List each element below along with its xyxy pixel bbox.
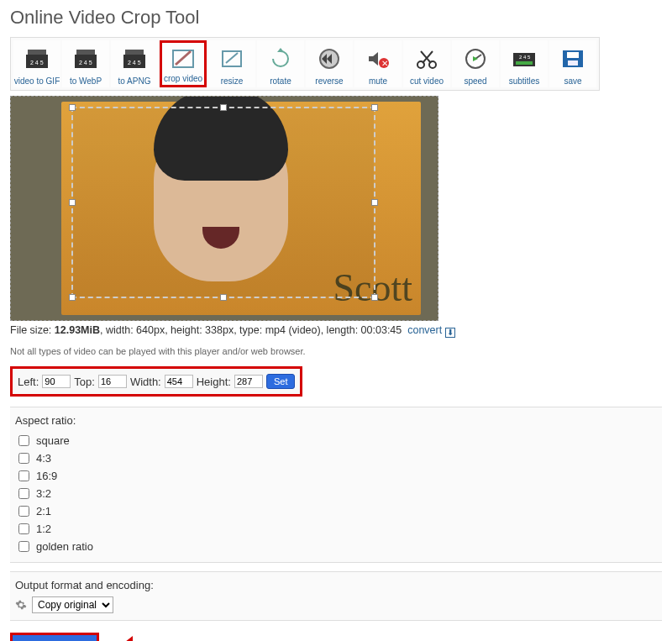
aspect-checkbox[interactable] <box>18 470 29 481</box>
video-to-gif-icon: 2 4 5 <box>13 42 60 75</box>
download-icon[interactable]: ⬇ <box>445 328 455 338</box>
top-input[interactable] <box>98 375 127 388</box>
output-format-select[interactable]: Copy original <box>32 596 113 613</box>
left-input[interactable] <box>42 375 71 388</box>
subtitles-icon: 2 4 5 <box>501 42 548 75</box>
width-label: Width: <box>130 376 161 388</box>
aspect-option-golden-ratio[interactable]: golden ratio <box>15 538 657 555</box>
output-title: Output format and encoding: <box>15 579 657 591</box>
compat-note: Not all types of video can be played wit… <box>10 346 662 356</box>
aspect-option-3-2[interactable]: 3:2 <box>15 485 657 502</box>
svg-text:2 4 5: 2 4 5 <box>519 55 531 60</box>
video-preview[interactable]: Scott <box>10 96 438 321</box>
crop-video-button[interactable]: Crop video! <box>10 633 99 641</box>
top-label: Top: <box>74 376 95 388</box>
tool-reverse[interactable]: reverse <box>306 40 353 87</box>
tool-label: video to GIF <box>14 76 60 86</box>
aspect-checkbox[interactable] <box>18 541 29 552</box>
crop-handle-top[interactable] <box>220 104 227 111</box>
tool-to-webp[interactable]: 2 4 5to WebP <box>62 40 109 87</box>
tool-label: rotate <box>270 76 291 86</box>
output-panel: Output format and encoding: Copy origina… <box>10 571 662 621</box>
tool-label: save <box>564 76 581 86</box>
aspect-label: square <box>36 434 70 447</box>
aspect-label: 1:2 <box>36 523 51 535</box>
tool-resize[interactable]: resize <box>208 40 255 87</box>
tool-label: crop video <box>164 74 202 83</box>
tool-label: reverse <box>315 76 343 86</box>
tool-to-apng[interactable]: 2 4 5to APNG <box>111 40 158 87</box>
crop-selection[interactable] <box>71 107 375 298</box>
aspect-option-1-2[interactable]: 1:2 <box>15 520 657 538</box>
set-button[interactable]: Set <box>266 374 296 389</box>
aspect-panel: Aspect ratio: square4:316:93:22:11:2gold… <box>10 407 662 563</box>
tool-speed[interactable]: speed <box>452 40 499 87</box>
aspect-option-square[interactable]: square <box>15 432 657 449</box>
svg-rect-1 <box>28 50 46 55</box>
svg-rect-4 <box>76 50 95 55</box>
crop-handle-top-right[interactable] <box>371 104 378 111</box>
arrow-pointer-icon <box>118 636 155 642</box>
save-icon <box>549 42 596 75</box>
speed-icon <box>452 42 499 75</box>
svg-text:2 4 5: 2 4 5 <box>79 60 92 66</box>
svg-rect-18 <box>516 61 533 65</box>
tool-mute[interactable]: ✕mute <box>354 40 402 87</box>
reverse-icon <box>306 42 353 75</box>
tool-save[interactable]: save <box>549 40 596 87</box>
crop-handle-bottom-right[interactable] <box>371 294 378 301</box>
tool-label: to APNG <box>118 76 151 86</box>
aspect-label: golden ratio <box>36 540 93 553</box>
svg-text:✕: ✕ <box>381 59 388 68</box>
tool-crop-video[interactable]: crop video <box>160 40 207 87</box>
tool-label: mute <box>369 76 387 86</box>
svg-rect-7 <box>125 50 144 55</box>
crop-handle-bottom-left[interactable] <box>69 294 76 301</box>
aspect-label: 4:3 <box>36 452 51 465</box>
tool-subtitles[interactable]: 2 4 5subtitles <box>501 40 548 87</box>
svg-text:2 4 5: 2 4 5 <box>128 60 141 66</box>
tool-label: to WebP <box>70 76 102 86</box>
to-apng-icon: 2 4 5 <box>111 42 158 75</box>
mute-icon: ✕ <box>354 42 402 75</box>
aspect-option-16-9[interactable]: 16:9 <box>15 467 657 485</box>
tool-label: cut video <box>410 76 444 86</box>
aspect-checkbox[interactable] <box>18 488 29 499</box>
width-input[interactable] <box>165 375 193 388</box>
aspect-checkbox[interactable] <box>18 523 29 534</box>
aspect-checkbox[interactable] <box>18 453 29 464</box>
svg-rect-21 <box>567 52 579 58</box>
convert-link[interactable]: convert <box>407 324 442 336</box>
crop-video-icon <box>162 45 204 72</box>
crop-handle-right[interactable] <box>371 199 378 206</box>
page-title: Online Video Crop Tool <box>10 7 672 29</box>
crop-handle-left[interactable] <box>69 199 76 206</box>
resize-icon <box>208 42 255 75</box>
tool-label: speed <box>464 76 486 86</box>
height-label: Height: <box>197 376 231 388</box>
tool-label: resize <box>221 76 244 86</box>
aspect-label: 3:2 <box>36 487 51 500</box>
tool-video-to-gif[interactable]: 2 4 5video to GIF <box>13 40 60 87</box>
rotate-icon <box>257 42 304 75</box>
aspect-label: 16:9 <box>36 470 57 482</box>
aspect-option-2-1[interactable]: 2:1 <box>15 502 657 520</box>
crop-coords-row: Left: Top: Width: Height: Set <box>10 366 302 397</box>
gear-icon[interactable] <box>15 599 27 611</box>
aspect-label: 2:1 <box>36 505 51 518</box>
aspect-option-4-3[interactable]: 4:3 <box>15 449 657 467</box>
aspect-checkbox[interactable] <box>18 435 29 446</box>
tool-cut-video[interactable]: cut video <box>403 40 450 87</box>
tool-rotate[interactable]: rotate <box>257 40 304 87</box>
svg-text:2 4 5: 2 4 5 <box>30 60 44 66</box>
crop-handle-bottom[interactable] <box>220 294 227 301</box>
left-label: Left: <box>18 376 39 388</box>
height-input[interactable] <box>234 375 263 388</box>
cut-video-icon <box>403 42 450 75</box>
aspect-title: Aspect ratio: <box>15 414 657 427</box>
to-webp-icon: 2 4 5 <box>62 42 109 75</box>
aspect-checkbox[interactable] <box>18 506 29 517</box>
svg-rect-22 <box>568 60 578 66</box>
tool-label: subtitles <box>509 76 540 86</box>
crop-handle-top-left[interactable] <box>69 104 76 111</box>
